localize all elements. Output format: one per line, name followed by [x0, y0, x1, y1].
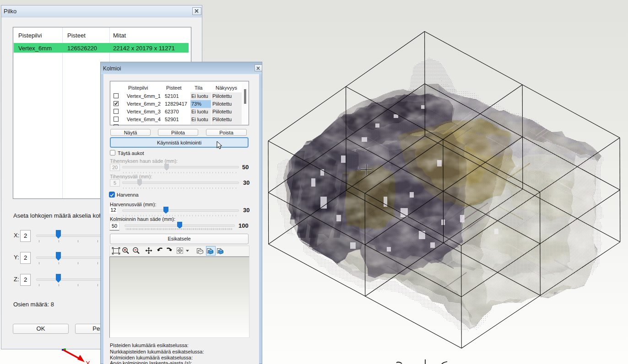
svg-text:X: X	[86, 359, 90, 364]
